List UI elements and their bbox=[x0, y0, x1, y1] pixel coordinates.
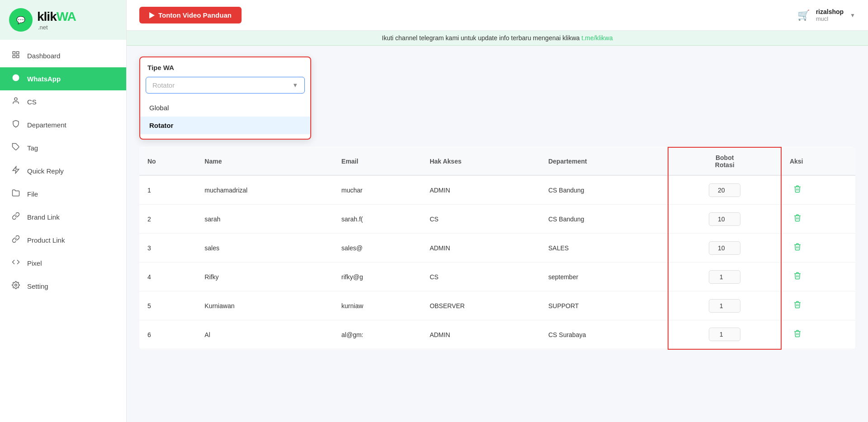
tipe-wa-label: Tipe WA bbox=[140, 57, 310, 74]
sidebar-item-product-link[interactable]: Product Link bbox=[0, 229, 126, 252]
cell-hak-akses: OBSERVER bbox=[422, 291, 540, 320]
tipe-option-rotator[interactable]: Rotator bbox=[140, 117, 310, 134]
logo-net: .net bbox=[38, 24, 76, 31]
bobot-input[interactable] bbox=[709, 241, 740, 255]
bobot-input[interactable] bbox=[709, 270, 740, 284]
sidebar-item-label: Pixel bbox=[27, 259, 42, 267]
pixel-icon bbox=[11, 258, 21, 268]
table-row: 5 Kurniawan kurniaw OBSERVER SUPPORT bbox=[139, 291, 855, 320]
tipe-wa-options: GlobalRotator bbox=[140, 96, 310, 139]
notif-link[interactable]: t.me/klikwa bbox=[582, 34, 613, 42]
cell-email: al@gm: bbox=[333, 320, 422, 349]
cell-email: sarah.f( bbox=[333, 205, 422, 234]
logo-text-group: klikWA .net bbox=[37, 9, 76, 31]
svg-rect-5 bbox=[13, 56, 15, 58]
cell-email: rifky@g bbox=[333, 263, 422, 291]
cell-aksi bbox=[781, 205, 855, 234]
delete-button[interactable] bbox=[790, 212, 805, 226]
svg-point-7 bbox=[14, 98, 17, 100]
cell-no: 6 bbox=[139, 320, 196, 349]
sidebar-item-setting[interactable]: Setting bbox=[0, 275, 126, 298]
logo-klik: klikWA bbox=[37, 9, 76, 24]
svg-rect-4 bbox=[17, 56, 19, 58]
cell-departement: SALES bbox=[540, 234, 668, 263]
sidebar-nav: Dashboard WhatsApp CS Departement Tag Qu… bbox=[0, 40, 126, 422]
tipe-wa-select[interactable]: Rotator ▼ bbox=[146, 77, 305, 94]
header-right: 🛒 rizalshop mucl ▼ bbox=[797, 8, 855, 22]
cell-bobot bbox=[668, 291, 781, 320]
cell-bobot bbox=[668, 205, 781, 234]
cell-departement: september bbox=[540, 263, 668, 291]
cell-departement: CS Bandung bbox=[540, 175, 668, 205]
sidebar-item-dashboard[interactable]: Dashboard bbox=[0, 44, 126, 67]
cell-no: 2 bbox=[139, 205, 196, 234]
sidebar-item-tag[interactable]: Tag bbox=[0, 136, 126, 159]
user-name: rizalshop bbox=[816, 8, 844, 15]
sidebar-item-label: Departement bbox=[27, 121, 66, 129]
table-wrapper: No Name Email Hak Akses Departement Bobo… bbox=[139, 147, 855, 350]
user-dropdown-arrow[interactable]: ▼ bbox=[850, 12, 855, 19]
notif-bar: Ikuti channel telegram kami untuk update… bbox=[127, 31, 868, 46]
quick-reply-icon bbox=[11, 166, 21, 176]
svg-rect-2 bbox=[13, 52, 15, 54]
sidebar: 💬 klikWA .net Dashboard WhatsApp CS Depa… bbox=[0, 0, 127, 422]
sidebar-item-label: File bbox=[27, 190, 38, 198]
cell-hak-akses: ADMIN bbox=[422, 175, 540, 205]
sidebar-item-brand-link[interactable]: Brand Link bbox=[0, 206, 126, 229]
cell-aksi bbox=[781, 320, 855, 349]
cell-hak-akses: ADMIN bbox=[422, 320, 540, 349]
cell-email: sales@ bbox=[333, 234, 422, 263]
bobot-input[interactable] bbox=[709, 183, 740, 197]
delete-button[interactable] bbox=[790, 299, 805, 313]
cell-departement: CS Surabaya bbox=[540, 320, 668, 349]
main-area: Tonton Video Panduan 🛒 rizalshop mucl ▼ … bbox=[127, 0, 868, 422]
svg-point-10 bbox=[15, 284, 17, 286]
delete-button[interactable] bbox=[790, 328, 805, 342]
content-area: Tipe WA Rotator ▼ GlobalRotator No Name … bbox=[127, 46, 868, 422]
setting-icon bbox=[11, 281, 21, 291]
sidebar-item-label: Setting bbox=[27, 282, 48, 290]
header-left: Tonton Video Panduan bbox=[139, 7, 242, 23]
cs-icon bbox=[11, 97, 21, 107]
sidebar-item-label: Tag bbox=[27, 144, 38, 152]
delete-button[interactable] bbox=[790, 183, 805, 197]
sidebar-item-cs[interactable]: CS bbox=[0, 90, 126, 113]
user-sub: mucl bbox=[816, 15, 828, 22]
cell-departement: CS Bandung bbox=[540, 205, 668, 234]
svg-marker-9 bbox=[13, 167, 19, 173]
col-no: No bbox=[139, 147, 196, 175]
sidebar-item-whatsapp[interactable]: WhatsApp bbox=[0, 67, 126, 90]
tipe-option-global[interactable]: Global bbox=[140, 99, 310, 117]
cell-no: 4 bbox=[139, 263, 196, 291]
cell-name: Al bbox=[196, 320, 333, 349]
tipe-wa-chevron: ▼ bbox=[292, 82, 298, 89]
table-row: 6 Al al@gm: ADMIN CS Surabaya bbox=[139, 320, 855, 349]
table-row: 1 muchamadrizal muchar ADMIN CS Bandung bbox=[139, 175, 855, 205]
bobot-input[interactable] bbox=[709, 212, 740, 226]
delete-button[interactable] bbox=[790, 270, 805, 284]
cell-no: 1 bbox=[139, 175, 196, 205]
tipe-wa-value: Rotator bbox=[152, 81, 175, 89]
col-hak-akses: Hak Akses bbox=[422, 147, 540, 175]
user-info: rizalshop mucl bbox=[816, 8, 844, 22]
sidebar-item-label: Dashboard bbox=[27, 52, 60, 60]
sidebar-item-label: Quick Reply bbox=[27, 167, 64, 175]
delete-button[interactable] bbox=[790, 241, 805, 255]
cell-departement: SUPPORT bbox=[540, 291, 668, 320]
sidebar-item-departement[interactable]: Departement bbox=[0, 113, 126, 136]
cell-aksi bbox=[781, 263, 855, 291]
bobot-input[interactable] bbox=[709, 299, 740, 313]
video-button[interactable]: Tonton Video Panduan bbox=[139, 7, 242, 23]
cell-no: 3 bbox=[139, 234, 196, 263]
sidebar-item-file[interactable]: File bbox=[0, 183, 126, 206]
sidebar-item-quick-reply[interactable]: Quick Reply bbox=[0, 159, 126, 183]
cell-aksi bbox=[781, 175, 855, 205]
departement-icon bbox=[11, 120, 21, 130]
table-row: 2 sarah sarah.f( CS CS Bandung bbox=[139, 205, 855, 234]
sidebar-logo: 💬 klikWA .net bbox=[0, 0, 126, 40]
bobot-input[interactable] bbox=[709, 328, 740, 341]
sidebar-item-pixel[interactable]: Pixel bbox=[0, 252, 126, 275]
cell-no: 5 bbox=[139, 291, 196, 320]
svg-rect-3 bbox=[17, 52, 19, 54]
logo-icon: 💬 bbox=[9, 8, 33, 32]
